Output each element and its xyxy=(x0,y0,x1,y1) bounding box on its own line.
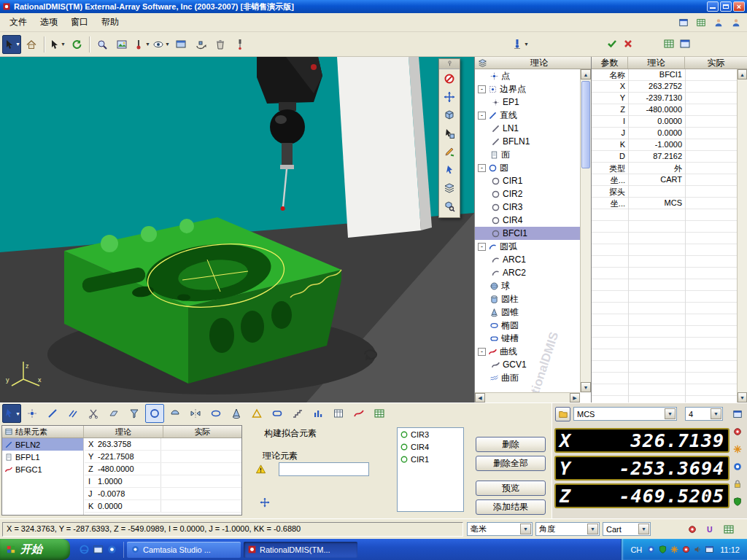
semicircle-button[interactable] xyxy=(166,404,185,423)
properties-scrollbar[interactable]: ▲ ▼ xyxy=(737,69,747,402)
shield-green-tray-icon[interactable] xyxy=(658,545,667,554)
maximize-button[interactable] xyxy=(720,1,732,12)
scroll-down-icon[interactable]: ▼ xyxy=(738,392,747,402)
language-indicator[interactable]: CH xyxy=(630,545,642,554)
cursor-button[interactable]: ▼ xyxy=(2,35,21,54)
property-row[interactable]: 名称BFCI1 xyxy=(592,69,737,81)
chevron-down-icon[interactable]: ▼ xyxy=(711,408,721,419)
property-row[interactable]: 探头 xyxy=(592,186,737,198)
grid-green-button[interactable] xyxy=(693,15,709,30)
columns-button[interactable] xyxy=(329,404,348,423)
scroll-down-icon[interactable]: ▼ xyxy=(581,382,591,392)
window-blue-button[interactable] xyxy=(676,15,692,30)
ie-launch-icon[interactable] xyxy=(79,544,90,555)
ellipse-icon-button[interactable] xyxy=(206,404,225,423)
element-item-CIR4[interactable]: CIR4 xyxy=(398,440,463,453)
zoom-button[interactable] xyxy=(93,35,112,54)
scroll-up-icon[interactable]: ▲ xyxy=(738,69,747,79)
cursor-button[interactable]: ▼ xyxy=(47,35,66,54)
gear-tray-icon[interactable] xyxy=(670,545,679,554)
bars-button[interactable] xyxy=(309,404,328,423)
window-blue-button[interactable] xyxy=(676,34,694,53)
column-result-elements[interactable]: 结果元素 xyxy=(2,426,84,438)
line-button[interactable] xyxy=(43,404,62,423)
eye-button[interactable]: ▼ xyxy=(152,35,171,54)
triangle-outline-button[interactable] xyxy=(247,404,266,423)
property-row[interactable]: Y-239.7130 xyxy=(592,93,737,104)
move-arrows-button[interactable] xyxy=(441,88,458,106)
column-param[interactable]: 参数 xyxy=(592,57,628,69)
expander-icon[interactable]: - xyxy=(478,243,486,251)
move-cross-icon[interactable] xyxy=(260,497,270,508)
tree-item-椭圆[interactable]: 椭圆 xyxy=(475,319,580,332)
menu-文件[interactable]: 文件 xyxy=(3,13,34,31)
parallel-button[interactable] xyxy=(63,404,82,423)
tree-item-曲线[interactable]: -曲线 xyxy=(475,345,580,358)
expander-icon[interactable]: - xyxy=(478,85,486,93)
tree-header[interactable]: 理论 xyxy=(475,57,591,69)
tree-item-直线[interactable]: -直线 xyxy=(475,109,580,122)
property-row[interactable]: Z-480.0000 xyxy=(592,104,737,116)
refresh-button[interactable] xyxy=(67,35,86,54)
scrollbar-thumb[interactable] xyxy=(581,81,590,168)
tree-item-EP1[interactable]: EP1 xyxy=(475,96,580,109)
target-red-button[interactable] xyxy=(729,424,746,440)
probe-axis-button[interactable]: ▼ xyxy=(132,35,151,54)
tree-vertical-scrollbar[interactable]: ▲ ▼ xyxy=(580,69,591,392)
expander-icon[interactable]: - xyxy=(478,112,486,120)
tree-item-边界点[interactable]: -边界点 xyxy=(475,82,580,96)
column-actual[interactable]: 实际 xyxy=(685,57,747,69)
tree-item-CIR2[interactable]: CIR2 xyxy=(475,187,580,201)
tree-item-BFLN1[interactable]: BFLN1 xyxy=(475,135,580,148)
mirror-button[interactable] xyxy=(186,404,205,423)
float-toolbar-grip[interactable] xyxy=(439,59,460,69)
viewport-3d[interactable]: z x y xyxy=(0,57,474,402)
property-row[interactable]: J0.0000 xyxy=(592,128,737,139)
element-item-CIR3[interactable]: CIR3 xyxy=(398,428,463,440)
no-entry-button[interactable] xyxy=(441,70,458,88)
scroll-left-icon[interactable]: ◀ xyxy=(475,393,485,402)
units-combo[interactable]: 毫米 ▼ xyxy=(467,522,533,536)
tree-item-CIR1[interactable]: CIR1 xyxy=(475,174,580,187)
tree-item-圆[interactable]: -圆 xyxy=(475,161,580,174)
menu-窗口[interactable]: 窗口 xyxy=(64,13,95,31)
scroll-right-icon[interactable]: ▶ xyxy=(570,393,580,402)
minimize-button[interactable] xyxy=(707,1,719,12)
property-row[interactable]: K-1.0000 xyxy=(592,139,737,151)
pick-button[interactable] xyxy=(441,125,458,142)
angle-combo[interactable]: 角度 ▼ xyxy=(535,522,600,536)
grid-icon[interactable] xyxy=(721,521,737,537)
tree-item-ARC1[interactable]: ARC1 xyxy=(475,253,580,266)
property-row[interactable]: X263.2752 xyxy=(592,81,737,93)
theoretical-element-input[interactable] xyxy=(279,462,369,476)
plane-button[interactable] xyxy=(104,404,123,423)
dro-count-combo[interactable]: 4 ▼ xyxy=(685,407,723,421)
close-button[interactable] xyxy=(733,1,745,12)
pencil-button[interactable] xyxy=(441,143,458,160)
probe-tool-button[interactable] xyxy=(231,35,249,54)
expander-icon[interactable]: - xyxy=(478,348,486,356)
property-row[interactable]: 坐...MCS xyxy=(592,198,737,209)
target-red-tray-icon[interactable] xyxy=(681,545,691,554)
result-item-BFGC1[interactable]: BFGC1 xyxy=(2,463,83,475)
chevron-down-icon[interactable]: ▼ xyxy=(638,524,649,534)
tree-item-圆弧[interactable]: -圆弧 xyxy=(475,240,580,253)
expander-icon[interactable]: - xyxy=(478,164,486,172)
slot-button[interactable] xyxy=(268,404,287,423)
column-actual[interactable]: 实际 xyxy=(163,426,241,438)
grid-green-button[interactable] xyxy=(370,404,389,423)
tree-item-CIR4[interactable]: CIR4 xyxy=(475,214,580,227)
image-button[interactable] xyxy=(112,35,131,54)
tree-item-键槽[interactable]: 键槽 xyxy=(475,332,580,345)
camtasia-launch-icon[interactable] xyxy=(107,544,117,555)
column-theoretical[interactable]: 理论 xyxy=(628,57,685,69)
lock-button[interactable] xyxy=(729,476,746,492)
tree-item-圆锥[interactable]: 圆锥 xyxy=(475,306,580,319)
tree-item-面[interactable]: 面 xyxy=(475,148,580,161)
tree-item-点[interactable]: 点 xyxy=(475,69,580,82)
tree-item-圆柱[interactable]: 圆柱 xyxy=(475,292,580,306)
window-blue-launch-icon[interactable] xyxy=(93,544,104,555)
trash-button[interactable] xyxy=(211,35,230,54)
capture-window-button[interactable] xyxy=(171,35,190,54)
action-button-添加结果[interactable]: 添加结果 xyxy=(476,499,546,515)
